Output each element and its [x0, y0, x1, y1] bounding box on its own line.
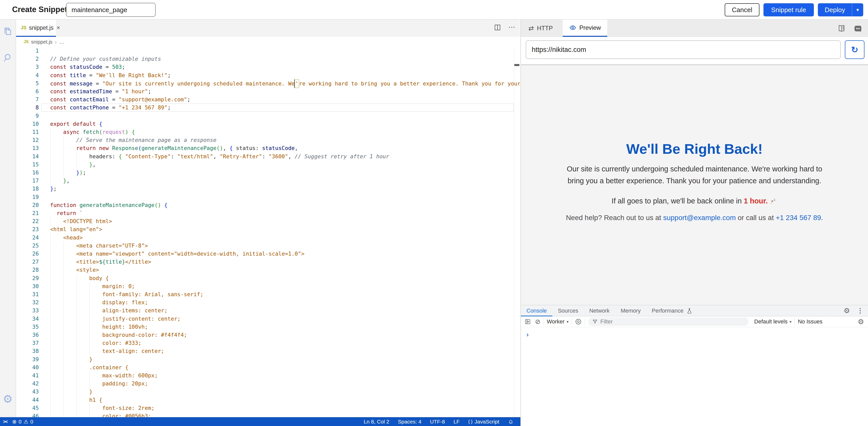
- tab-close-icon[interactable]: ×: [56, 24, 60, 31]
- code-line[interactable]: 46 color: #0056b3;: [16, 412, 520, 417]
- docs-book-icon[interactable]: [837, 24, 846, 33]
- code-line[interactable]: 16 });: [16, 169, 520, 177]
- code-line[interactable]: 13 return new Response(generateMaintenan…: [16, 144, 520, 152]
- execution-context-select[interactable]: Worker ▾: [547, 318, 569, 325]
- language-mode[interactable]: { } JavaScript: [468, 419, 499, 425]
- preview-url-input[interactable]: [526, 40, 841, 59]
- cancel-button[interactable]: Cancel: [725, 3, 760, 17]
- code-line[interactable]: 32 display: flex;: [16, 299, 520, 307]
- split-editor-icon[interactable]: [494, 24, 501, 31]
- code-line[interactable]: 45 font-size: 2rem;: [16, 404, 520, 413]
- code-line[interactable]: 12 // Serve the maintenance page as a re…: [16, 136, 520, 144]
- code-line[interactable]: 36 background-color: #f4f4f4;: [16, 331, 520, 339]
- tab-sources[interactable]: Sources: [552, 305, 584, 316]
- code-line[interactable]: 34 justify-content: center;: [16, 315, 520, 323]
- tab-console[interactable]: Console: [521, 305, 552, 316]
- snippet-rule-button[interactable]: Snippet rule: [764, 3, 814, 17]
- files-icon[interactable]: [3, 26, 13, 37]
- code-line[interactable]: 2// Define your customizable inputs: [16, 55, 520, 63]
- code-line[interactable]: 28 <style>: [16, 266, 520, 274]
- console-settings-gear-icon[interactable]: ⚙: [858, 318, 864, 326]
- code-token: ;: [122, 64, 125, 70]
- code-line[interactable]: 24 <head>: [16, 234, 520, 242]
- breadcrumb-more[interactable]: …: [59, 39, 64, 45]
- maintenance-contact-line: Need help? Reach out to us at support@ex…: [521, 214, 868, 222]
- discord-icon[interactable]: [854, 24, 863, 33]
- console-sidebar-toggle-icon[interactable]: [524, 318, 531, 325]
- refresh-button[interactable]: ↻: [845, 40, 865, 59]
- code-line[interactable]: 21 return `: [16, 209, 520, 218]
- tab-performance[interactable]: Performance: [646, 305, 689, 316]
- code-line[interactable]: 33 align-items: center;: [16, 307, 520, 315]
- code-line[interactable]: 26 <meta name="viewport" content="width=…: [16, 250, 520, 258]
- devtools-settings-gear-icon[interactable]: ⚙: [843, 307, 850, 315]
- code-line[interactable]: 27 <title>${title}</title>: [16, 258, 520, 266]
- remote-indicator-icon[interactable]: ><: [3, 419, 7, 425]
- tab-preview[interactable]: Preview: [563, 20, 607, 37]
- code-line[interactable]: 20function generateMaintenancePage() {: [16, 201, 520, 209]
- deploy-button[interactable]: Deploy: [818, 3, 852, 17]
- code-line[interactable]: 40 .container {: [16, 364, 520, 372]
- code-line[interactable]: 44 h1 {: [16, 396, 520, 404]
- code-line[interactable]: 8const contactPhone = "+1 234 567 89";: [16, 104, 520, 112]
- code-line[interactable]: 43 }: [16, 388, 520, 396]
- breadcrumb[interactable]: JS snippet.js › …: [16, 37, 520, 47]
- code-line[interactable]: 4const title = "We'll Be Right Back!";: [16, 71, 520, 80]
- cursor-position[interactable]: Ln 8, Col 2: [364, 419, 390, 425]
- code-token: {: [164, 202, 167, 208]
- search-icon[interactable]: [3, 52, 13, 63]
- code-line[interactable]: 7const contactEmail = "support@example.c…: [16, 95, 520, 104]
- indentation-setting[interactable]: Spaces: 4: [398, 419, 422, 425]
- breadcrumb-file[interactable]: snippet.js: [31, 39, 53, 45]
- devtools-kebab-icon[interactable]: ⋮: [857, 307, 864, 315]
- console-output[interactable]: ›: [521, 327, 868, 426]
- code-line[interactable]: 19: [16, 193, 520, 201]
- clear-console-icon[interactable]: ⊘: [535, 318, 540, 326]
- code-line[interactable]: 17 },: [16, 177, 520, 185]
- code-token: ,: [295, 145, 298, 151]
- live-expression-eye-icon[interactable]: [575, 318, 582, 325]
- code-line[interactable]: 9: [16, 112, 520, 120]
- code-line[interactable]: 29 body {: [16, 274, 520, 283]
- code-line[interactable]: 1: [16, 47, 520, 55]
- settings-gear-icon[interactable]: ⚙: [3, 394, 13, 404]
- code-line[interactable]: 23<html lang="en">: [16, 225, 520, 234]
- encoding-setting[interactable]: UTF-8: [430, 419, 445, 425]
- code-line[interactable]: 39 }: [16, 356, 520, 364]
- code-line[interactable]: 38 text-align: center;: [16, 347, 520, 356]
- code-line[interactable]: 42 padding: 20px;: [16, 379, 520, 388]
- code-line[interactable]: 18};: [16, 185, 520, 193]
- code-token: {: [229, 145, 236, 151]
- code-line[interactable]: 15 },: [16, 161, 520, 169]
- tab-snippet-js[interactable]: JS snippet.js ×: [16, 20, 56, 37]
- code-line[interactable]: 35 height: 100vh;: [16, 323, 520, 331]
- tab-memory[interactable]: Memory: [615, 305, 646, 316]
- problems-indicator[interactable]: ⊗ 0 ⚠ 0: [12, 419, 33, 425]
- code-line[interactable]: 6const estimatedTime = "1 hour";: [16, 87, 520, 96]
- code-line[interactable]: 10export default {: [16, 120, 520, 128]
- filter-placeholder: Filter: [600, 318, 613, 325]
- code-line[interactable]: 30 margin: 0;: [16, 282, 520, 291]
- deploy-dropdown-button[interactable]: ▾: [852, 3, 863, 17]
- code-line[interactable]: 25 <meta charset="UTF-8">: [16, 242, 520, 250]
- tab-http[interactable]: ⇄ HTTP: [522, 20, 559, 37]
- issues-counter[interactable]: No Issues: [798, 318, 823, 325]
- snippet-name-input[interactable]: [66, 3, 156, 17]
- code-editor[interactable]: 12// Define your customizable inputs3con…: [16, 47, 520, 417]
- support-email-link[interactable]: support@example.com: [663, 214, 736, 222]
- eol-setting[interactable]: LF: [454, 419, 460, 425]
- code-line[interactable]: 22 <!DOCTYPE html>: [16, 217, 520, 226]
- tab-network[interactable]: Network: [584, 305, 615, 316]
- code-line[interactable]: 14 headers: { "Content-Type": "text/html…: [16, 152, 520, 161]
- console-filter-input[interactable]: Filter: [588, 317, 749, 326]
- code-line[interactable]: 3const statusCode = 503;: [16, 63, 520, 71]
- code-line[interactable]: 31 font-family: Arial, sans-serif;: [16, 290, 520, 299]
- code-line[interactable]: 41 max-width: 600px;: [16, 372, 520, 380]
- editor-more-icon[interactable]: ⋯: [508, 24, 515, 31]
- code-line[interactable]: 5const message = "Our site is currently …: [16, 79, 520, 88]
- code-line[interactable]: 37 color: #333;: [16, 339, 520, 347]
- phone-link[interactable]: +1 234 567 89: [776, 214, 821, 222]
- log-levels-select[interactable]: Default levels ▾: [754, 318, 792, 325]
- bell-icon[interactable]: [508, 419, 514, 425]
- code-line[interactable]: 11 async fetch(request) {…: [16, 128, 520, 136]
